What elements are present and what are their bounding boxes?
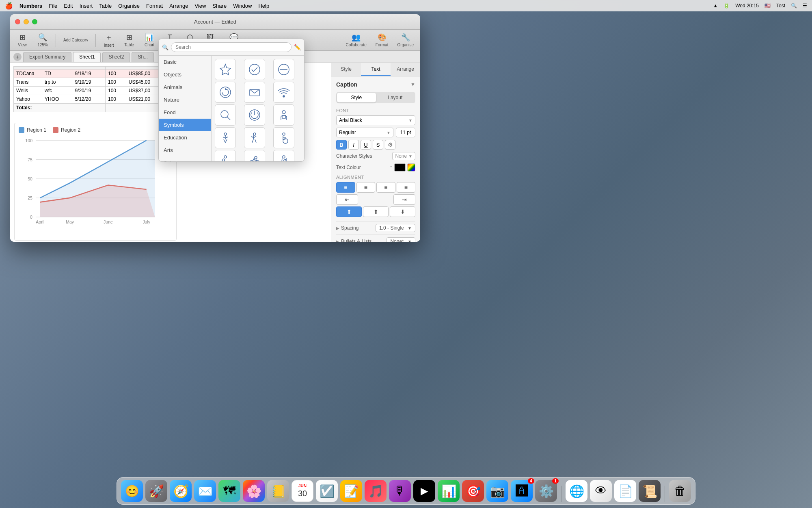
category-symbols[interactable]: Symbols — [159, 119, 211, 131]
emoji-cycling[interactable] — [244, 150, 265, 161]
category-basic[interactable]: Basic — [159, 56, 211, 68]
cell-qty2[interactable]: 100 — [106, 78, 126, 87]
spacing-row[interactable]: ▶ Spacing 1.0 - Single ▼ — [336, 221, 415, 234]
font-format-gear-button[interactable]: ⚙ — [385, 140, 395, 150]
category-objects[interactable]: Objects — [159, 68, 211, 81]
table-menu[interactable]: Table — [99, 3, 112, 9]
cell-qty1[interactable]: 100 — [106, 69, 126, 78]
category-animals[interactable]: Animals — [159, 81, 211, 93]
italic-button[interactable]: I — [348, 140, 359, 150]
table-row[interactable]: Yahoo YHOO 5/12/20 100 US$21,00 — [14, 95, 168, 104]
emoji-search[interactable] — [215, 104, 236, 126]
font-size-input[interactable]: 11 pt — [396, 128, 415, 137]
organise-button[interactable]: 🔧 Organise — [394, 31, 417, 49]
dock-appstore[interactable]: 🅰 4 — [511, 480, 533, 502]
color-picker-button[interactable] — [407, 163, 415, 172]
text-color-swatch[interactable] — [394, 163, 406, 172]
minimize-button[interactable] — [24, 19, 29, 24]
dock-scripteditor[interactable]: 📜 — [639, 480, 661, 502]
cell-trp[interactable]: trp.to — [42, 78, 72, 87]
sheet3-tab[interactable]: Sh... — [132, 52, 154, 62]
file-menu[interactable]: File — [49, 3, 57, 9]
dock-mail[interactable]: ✉️ — [194, 480, 216, 502]
cell-wells[interactable]: Wells — [14, 87, 42, 95]
add-sheet-button[interactable]: + — [13, 53, 22, 61]
apple-menu[interactable]: 🍎 — [5, 2, 13, 10]
tab-text[interactable]: Text — [361, 63, 391, 76]
tab-style[interactable]: Style — [331, 63, 361, 76]
table-row[interactable]: Trans trp.to 9/19/19 100 US$45,00 — [14, 78, 168, 87]
emoji-recycle[interactable] — [215, 82, 236, 103]
emoji-mail[interactable] — [244, 82, 265, 103]
zoom-button[interactable]: 🔍 125% — [34, 31, 52, 49]
cell-date3[interactable]: 9/20/19 — [72, 87, 106, 95]
character-styles-select[interactable]: None ▼ — [392, 152, 415, 160]
bullets-value[interactable]: None* ▼ — [387, 237, 415, 242]
table-row[interactable]: TDCana TD 9/18/19 100 US$85,00 — [14, 69, 168, 78]
valign-middle-button[interactable]: ⬆ — [363, 206, 389, 217]
table-row[interactable]: Wells wfc 9/20/19 100 US$37,00 — [14, 87, 168, 95]
bold-button[interactable]: B — [336, 140, 347, 150]
bullets-row[interactable]: ▶ Bullets & Lists None* ▼ — [336, 234, 415, 242]
emoji-star[interactable] — [215, 59, 236, 80]
category-education[interactable]: Education — [159, 131, 211, 144]
dock-iphoto[interactable]: 📷 — [486, 480, 508, 502]
emoji-walking[interactable] — [215, 127, 236, 148]
dock-finder[interactable]: 😊 — [121, 480, 143, 502]
dock-chrome[interactable]: 🌐 — [566, 480, 587, 502]
dock-keynote[interactable]: 🎯 — [462, 480, 484, 502]
cell-trans[interactable]: Trans — [14, 78, 42, 87]
caption-chevron-icon[interactable]: ▼ — [410, 82, 415, 87]
close-button[interactable] — [15, 19, 20, 24]
cell-qty3[interactable]: 100 — [106, 87, 126, 95]
arrange-menu[interactable]: Arrange — [169, 3, 188, 9]
cell-date2[interactable]: 9/19/19 — [72, 78, 106, 87]
chart-button[interactable]: 📊 Chart — [140, 31, 158, 49]
export-summary-tab[interactable]: Export Summary — [23, 52, 71, 62]
emoji-wheelchair[interactable] — [273, 127, 294, 148]
emoji-wifi[interactable] — [273, 82, 294, 103]
app-name-menu[interactable]: Numbers — [19, 3, 42, 9]
align-left-button[interactable]: ≡ — [336, 182, 355, 193]
emoji-no-entry[interactable] — [273, 59, 294, 80]
view-button[interactable]: ⊞ View — [13, 31, 31, 49]
format-toolbar-button[interactable]: 🎨 Format — [372, 31, 392, 49]
tab-arrange[interactable]: Arrange — [391, 63, 420, 76]
cell-yahoo[interactable]: Yahoo — [14, 95, 42, 104]
dock-safari[interactable]: 🧭 — [170, 480, 192, 502]
valign-bottom-button[interactable]: ⬇ — [390, 206, 415, 217]
insert-button[interactable]: ＋ Insert — [100, 31, 118, 49]
share-menu[interactable]: Share — [212, 3, 227, 9]
window-menu[interactable]: Window — [233, 3, 252, 9]
cell-qty4[interactable]: 100 — [106, 95, 126, 104]
edit-menu[interactable]: Edit — [64, 3, 73, 9]
align-right-button[interactable]: ≡ — [376, 182, 395, 193]
dock-maps[interactable]: 🗺 — [218, 480, 240, 502]
category-science[interactable]: Science — [159, 156, 211, 161]
emoji-power[interactable] — [244, 104, 265, 126]
cell-wfc[interactable]: wfc — [42, 87, 72, 95]
emoji-hiking[interactable] — [273, 150, 294, 161]
cell-tdcana[interactable]: TDCana — [14, 69, 42, 78]
align-center-button[interactable]: ≡ — [356, 182, 376, 193]
menubar-control-icon[interactable]: ☰ — [803, 3, 807, 9]
category-nature[interactable]: Nature — [159, 93, 211, 106]
underline-button[interactable]: U — [361, 140, 371, 150]
spacing-value[interactable]: 1.0 - Single ▼ — [376, 224, 415, 232]
pen-icon[interactable]: ✏️ — [294, 44, 301, 50]
format-menu[interactable]: Format — [146, 3, 163, 9]
add-category-button[interactable]: Add Category — [60, 36, 91, 44]
help-menu[interactable]: Help — [258, 3, 269, 9]
style-tab[interactable]: Style — [337, 93, 376, 102]
emoji-disabled[interactable] — [215, 150, 236, 161]
collaborate-button[interactable]: 👥 Collaborate — [343, 31, 370, 49]
sheet1-tab[interactable]: Sheet1 — [73, 52, 101, 62]
cell-date1[interactable]: 9/18/19 — [72, 69, 106, 78]
dock-appletv[interactable]: ▶ — [413, 480, 435, 502]
dock-notes[interactable]: 📝 — [340, 480, 362, 502]
strikethrough-button[interactable]: S — [373, 140, 383, 150]
dock-preview[interactable]: 👁 — [590, 480, 612, 502]
dock-photos[interactable]: 🌸 — [243, 480, 265, 502]
dock-numbers[interactable]: 📊 — [438, 480, 460, 502]
maximize-button[interactable] — [32, 19, 37, 24]
